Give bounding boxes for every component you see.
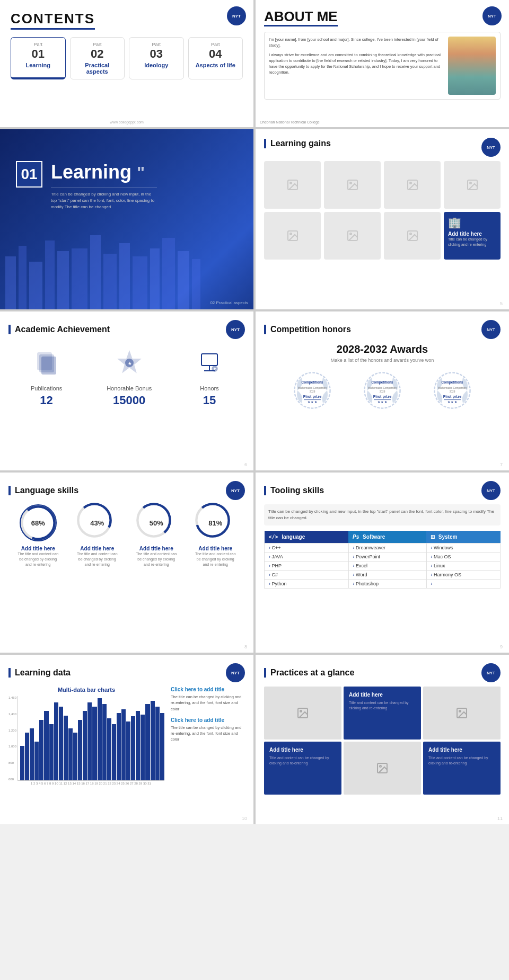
academic-logo: NYT: [226, 320, 245, 339]
data-title: Learning data: [8, 668, 71, 678]
svg-point-74: [380, 765, 381, 767]
part-name-03: Ideology: [133, 62, 180, 68]
stat-bonus: ★ Honorable Bonus 15000: [107, 350, 152, 407]
slide-learning: 01 Learning " Title can be changed by cl…: [0, 129, 253, 309]
part-card-02[interactable]: Part 02 Practical aspects: [70, 37, 125, 79]
sw-item-3: Excel: [348, 562, 426, 571]
logo-badge: NYT: [227, 6, 246, 25]
tools-row-2: JAVA PowerPoint Mac OS: [265, 553, 501, 562]
wreath-svg-3: Competitions Mathematics Competition 202…: [431, 369, 473, 412]
y-5: 800: [8, 761, 16, 764]
bar-23: [126, 721, 130, 780]
circle-50: 50% Add title here The title and content…: [135, 504, 178, 567]
sys-item-1: Windows: [426, 544, 500, 553]
stats-row: Publications 12 ★ Honorable Bonus 15000: [8, 350, 245, 407]
y-6: 600: [8, 778, 16, 781]
chart-title: Multi-data bar charts: [8, 687, 164, 693]
svg-text:2028: 2028: [380, 390, 385, 393]
img-placeholder-5: [264, 212, 321, 260]
bar-17: [98, 698, 102, 780]
svg-rect-3: [45, 240, 55, 309]
y-2: 1,400: [8, 712, 16, 716]
svg-text:2028: 2028: [310, 390, 315, 393]
svg-text:Mathematics Competition: Mathematics Competition: [438, 387, 467, 389]
blue-content: 🏢 Add title here Title can be changed by…: [444, 212, 501, 260]
part-label-02: Part: [74, 42, 121, 47]
honors-value: 15: [196, 394, 223, 407]
circle-sub-2: The title and content can be changed by …: [76, 551, 118, 567]
bar-13: [78, 720, 82, 780]
svg-point-15: [290, 182, 292, 184]
bar-12: [73, 733, 77, 780]
awards-row: Competitions Mathematics Competition 202…: [264, 369, 501, 414]
circle-sub-4: The title and content can be changed by …: [194, 551, 236, 567]
stat-honors: Honors 15: [196, 350, 223, 407]
quote-mark: ": [137, 163, 145, 182]
img-placeholder-2: [324, 161, 381, 209]
bar-11: [68, 728, 73, 780]
svg-point-27: [410, 233, 411, 235]
circle-title-1: Add title here: [17, 546, 59, 551]
lang-item-5: Python: [265, 580, 349, 589]
circle-sub-1: The title and content can be changed by …: [17, 551, 59, 567]
logo-badge-about: NYT: [482, 6, 502, 25]
part-card-01[interactable]: Part 01 Learning: [11, 37, 66, 79]
part-card-03[interactable]: Part 03 Ideology: [129, 37, 184, 79]
y-labels: 1,460 1,400 1,200 1,000 800 600: [8, 696, 17, 781]
gains-logo: NYT: [481, 138, 501, 157]
svg-rect-12: [178, 251, 189, 309]
ring-68: 68%: [20, 504, 57, 541]
bonus-icon: ★: [107, 350, 152, 381]
tools-table: </> language Ps Software ⊞ System C++: [264, 531, 501, 589]
lang-header: Language skills NYT: [8, 481, 245, 500]
prac-title-b3: Add title here: [428, 747, 495, 753]
bar-1: [20, 746, 24, 780]
svg-rect-34: [201, 354, 217, 366]
award-3: Competitions Mathematics Competition 202…: [420, 369, 484, 414]
competition-header: Competition honors NYT: [264, 320, 501, 339]
click-title-1[interactable]: Click here to add title: [171, 687, 245, 692]
page-num-6: 7: [500, 462, 503, 467]
svg-text:Competitions: Competitions: [302, 380, 323, 385]
svg-text:★ ★ ★: ★ ★ ★: [308, 400, 318, 404]
ring-43: 43%: [78, 504, 116, 541]
lang-item-3: PHP: [265, 562, 349, 571]
bar-8: [54, 702, 58, 780]
lang-item-1: C++: [265, 544, 349, 553]
part-name-01: Learning: [14, 62, 62, 68]
part-card-04[interactable]: Part 04 Aspects of life: [188, 37, 243, 79]
page-num-7: 8: [244, 644, 247, 649]
data-logo: NYT: [226, 663, 245, 682]
academic-title: Academic Achievement: [8, 325, 110, 334]
part-num-01: 01: [14, 47, 62, 61]
bar-4: [34, 742, 39, 780]
image-grid: 🏢 Add title here Title can be changed by…: [264, 161, 501, 260]
svg-text:★ ★ ★: ★ ★ ★: [378, 400, 388, 404]
data-content: Multi-data bar charts 1,460 1,400 1,200 …: [8, 687, 245, 785]
slide-data: Learning data NYT Multi-data bar charts …: [0, 655, 253, 824]
chart-inner: 1 2 3 4 5 6 7 8 9 10 11 12 13 14 15 16 1…: [17, 696, 164, 785]
tools-title: Tooling skills: [264, 486, 324, 495]
svg-rect-5: [72, 248, 87, 309]
page-num-10: 11: [497, 816, 503, 821]
svg-point-70: [300, 710, 302, 712]
click-sub-1: The title can be changed by clicking and…: [171, 694, 245, 712]
th-software: Ps Software: [348, 531, 426, 544]
svg-text:★ ★ ★: ★ ★ ★: [447, 400, 458, 404]
svg-rect-13: [192, 259, 200, 309]
bar-10: [64, 716, 68, 780]
building-icon: 🏢: [448, 216, 461, 229]
sys-item-2: Mac OS: [426, 553, 500, 562]
circles-row: 68% Add title here The title and content…: [8, 504, 245, 567]
lang-item-4: C#: [265, 571, 349, 580]
img-placeholder-4: [444, 161, 501, 209]
bar-28: [151, 701, 155, 780]
click-title-2[interactable]: Click here to add title: [171, 717, 245, 723]
add-sub: Title can be changed by clicking and re-…: [448, 237, 496, 247]
svg-point-17: [350, 182, 352, 184]
svg-text:2028: 2028: [450, 390, 455, 393]
bonus-label: Honorable Bonus: [107, 385, 152, 391]
img-placeholder-3: [384, 161, 441, 209]
part-name-02: Practical aspects: [74, 62, 121, 75]
circle-sub-3: The title and content can be changed by …: [135, 551, 178, 567]
